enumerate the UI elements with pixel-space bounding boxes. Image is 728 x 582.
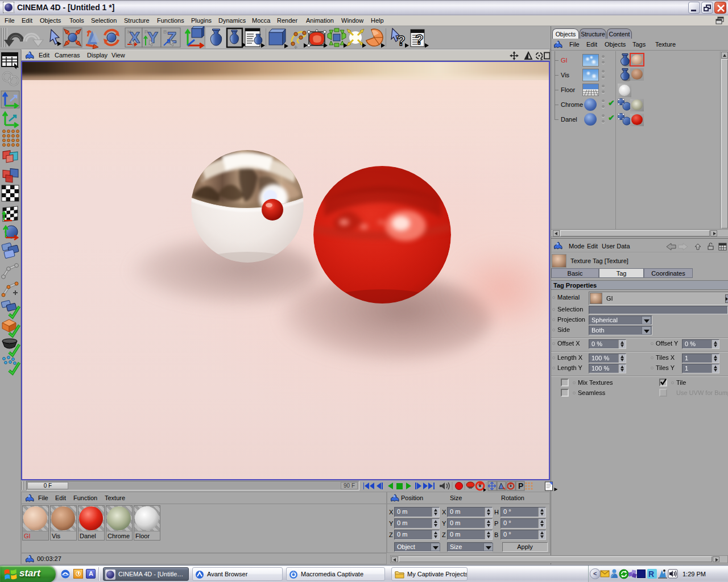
svg-text:?: ?: [397, 33, 406, 48]
svg-text:?: ?: [415, 32, 424, 47]
svg-text:P: P: [518, 481, 523, 490]
svg-text:R: R: [648, 569, 654, 579]
svg-text:B: B: [163, 29, 167, 35]
